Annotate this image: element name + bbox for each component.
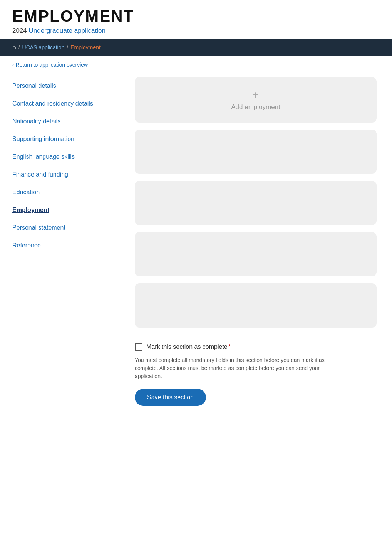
chevron-left-icon: ‹ <box>12 62 14 68</box>
page-header: EMPLOYMENT 2024 Undergraduate applicatio… <box>0 0 392 39</box>
sidebar-item-personal-details[interactable]: Personal details <box>12 77 111 95</box>
add-employment-label: Add employment <box>231 103 280 111</box>
sidebar: Personal details Contact and residency d… <box>0 77 119 421</box>
breadcrumb-bar: ⌂ / UCAS application / Employment <box>0 39 392 56</box>
sidebar-item-nationality[interactable]: Nationality details <box>12 113 111 130</box>
breadcrumb-ucas-link[interactable]: UCAS application <box>22 44 65 50</box>
empty-card-1 <box>135 130 377 174</box>
sidebar-item-finance-funding[interactable]: Finance and funding <box>12 166 111 183</box>
page-title: EMPLOYMENT <box>12 7 380 25</box>
home-icon[interactable]: ⌂ <box>12 44 16 51</box>
complete-checkbox[interactable] <box>135 343 142 351</box>
empty-card-4 <box>135 283 377 328</box>
complete-label: Mark this section as complete* <box>146 343 231 350</box>
content-area: + Add employment Mark this section as co… <box>119 77 392 421</box>
empty-card-3 <box>135 232 377 276</box>
save-section-button[interactable]: Save this section <box>135 389 206 406</box>
plus-icon: + <box>253 89 259 101</box>
page-subtitle: 2024 Undergraduate application <box>12 27 380 35</box>
bottom-divider <box>15 433 377 433</box>
sidebar-item-employment[interactable]: Employment <box>12 201 111 219</box>
subtitle-link[interactable]: Undergraduate application <box>29 27 106 34</box>
breadcrumb-sep-2: / <box>67 44 68 50</box>
sidebar-item-education[interactable]: Education <box>12 183 111 201</box>
back-link-label: Return to application overview <box>16 62 88 68</box>
complete-description: You must complete all mandatory fields i… <box>135 356 327 380</box>
back-link-area: ‹ Return to application overview <box>0 56 392 73</box>
sidebar-item-english-language[interactable]: English language skills <box>12 148 111 166</box>
main-layout: Personal details Contact and residency d… <box>0 73 392 421</box>
sidebar-item-supporting-info[interactable]: Supporting information <box>12 130 111 148</box>
checkbox-row: Mark this section as complete* <box>135 343 377 351</box>
required-star: * <box>228 343 231 350</box>
sidebar-item-reference[interactable]: Reference <box>12 237 111 254</box>
back-link[interactable]: ‹ Return to application overview <box>12 62 380 68</box>
complete-section: Mark this section as complete* You must … <box>135 339 377 406</box>
empty-card-2 <box>135 181 377 225</box>
breadcrumb-current: Employment <box>70 44 101 50</box>
sidebar-item-personal-statement[interactable]: Personal statement <box>12 219 111 237</box>
add-employment-card[interactable]: + Add employment <box>135 77 377 123</box>
breadcrumb-sep-1: / <box>18 44 20 50</box>
sidebar-item-contact-residency[interactable]: Contact and residency details <box>12 95 111 113</box>
